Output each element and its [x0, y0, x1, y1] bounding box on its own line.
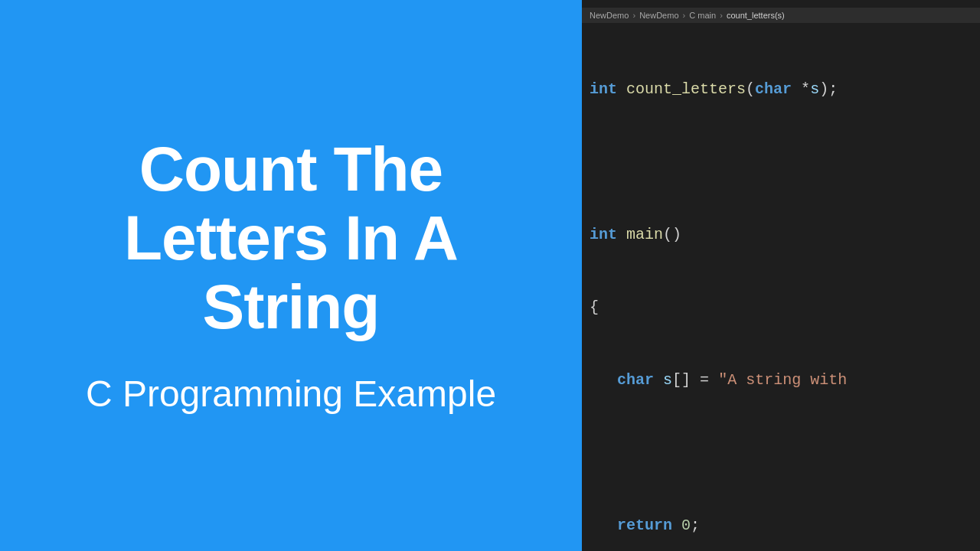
code-line-3: int main(): [590, 222, 980, 247]
code-line-6: [590, 440, 980, 465]
code-line-2: [590, 149, 980, 174]
breadcrumb-item-2: NewDemo: [639, 11, 678, 20]
code-line-4: {: [590, 295, 980, 320]
code-line-1: int count_letters(char *s);: [590, 77, 980, 102]
code-editor[interactable]: int count_letters(char *s); int main() {…: [582, 29, 980, 551]
breadcrumb-item-3: C main: [689, 11, 716, 20]
code-line-7: return 0;: [590, 513, 980, 538]
main-title: Count The Letters In A String: [31, 135, 551, 342]
code-line-5: char s[] = "A string with: [590, 367, 980, 393]
subtitle: C Programming Example: [86, 372, 496, 416]
breadcrumb-item-1: NewDemo: [590, 11, 629, 20]
breadcrumb: NewDemo › NewDemo › C main › count_lette…: [582, 8, 980, 23]
breadcrumb-item-4: count_letters(s): [727, 11, 785, 20]
right-panel: NewDemo › NewDemo › C main › count_lette…: [582, 0, 980, 551]
left-panel: Count The Letters In A String C Programm…: [0, 0, 582, 551]
